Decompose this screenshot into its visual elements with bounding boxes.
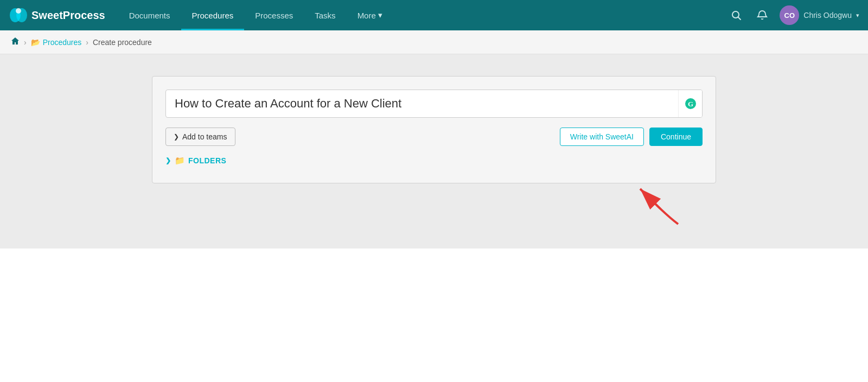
btn-group: Write with SweetAI Continue [560, 128, 703, 146]
chevron-right-icon: ❯ [165, 157, 171, 164]
nav-item-procedures[interactable]: Procedures [181, 0, 245, 30]
nav-item-processes[interactable]: Processes [244, 0, 304, 30]
svg-text:G: G [687, 100, 693, 108]
nav-item-tasks[interactable]: Tasks [304, 0, 346, 30]
write-with-sweetai-button[interactable]: Write with SweetAI [560, 128, 644, 146]
breadcrumb-current: Create procedure [93, 38, 152, 47]
user-menu[interactable]: CO Chris Odogwu ▾ [780, 5, 859, 25]
folders-row[interactable]: ❯ 📁 FOLDERS [165, 156, 703, 165]
continue-button[interactable]: Continue [649, 128, 703, 146]
sweetprocess-logo-icon [9, 5, 28, 25]
nav-item-documents[interactable]: Documents [118, 0, 181, 30]
nav-right: CO Chris Odogwu ▾ [727, 5, 859, 25]
procedure-title-input[interactable] [166, 90, 678, 117]
annotation-arrow-container [152, 183, 716, 227]
navbar: SweetProcess Documents Procedures Proces… [0, 0, 868, 30]
bell-icon [757, 10, 768, 21]
breadcrumb-sep-1: › [24, 38, 27, 47]
white-area [0, 249, 868, 382]
folder-icon: 📂 [31, 38, 40, 47]
notifications-button[interactable] [754, 7, 771, 24]
brand-logo-link[interactable]: SweetProcess [9, 5, 105, 25]
nav-links: Documents Procedures Processes Tasks Mor… [118, 0, 728, 30]
search-icon [731, 10, 742, 21]
action-row: ❯ Add to teams Write with SweetAI Contin… [165, 128, 703, 146]
home-icon [11, 37, 20, 46]
chevron-down-icon: ▾ [378, 10, 382, 20]
breadcrumb-home-link[interactable] [11, 37, 20, 48]
brand-name: SweetProcess [31, 9, 105, 22]
add-to-teams-button[interactable]: ❯ Add to teams [165, 128, 235, 146]
user-chevron-down-icon: ▾ [856, 12, 859, 19]
breadcrumb-sep-2: › [86, 38, 88, 47]
title-row: G [165, 90, 703, 118]
avatar: CO [780, 5, 799, 25]
search-button[interactable] [727, 7, 745, 24]
create-procedure-card: G ❯ Add to teams Write with SweetAI Cont… [152, 76, 716, 183]
user-name: Chris Odogwu [803, 11, 852, 20]
grammarly-icon: G [685, 98, 697, 110]
svg-point-2 [16, 8, 21, 14]
red-arrow-annotation [618, 183, 684, 227]
folder-icon: 📁 [175, 156, 186, 165]
chevron-right-icon: ❯ [174, 133, 179, 141]
svg-line-4 [738, 17, 741, 20]
grammarly-button[interactable]: G [678, 90, 702, 117]
breadcrumb-procedures-link[interactable]: 📂 Procedures [31, 38, 82, 47]
nav-item-more[interactable]: More ▾ [347, 0, 393, 30]
breadcrumb: › 📂 Procedures › Create procedure [0, 30, 868, 54]
main-content: G ❯ Add to teams Write with SweetAI Cont… [0, 54, 868, 249]
